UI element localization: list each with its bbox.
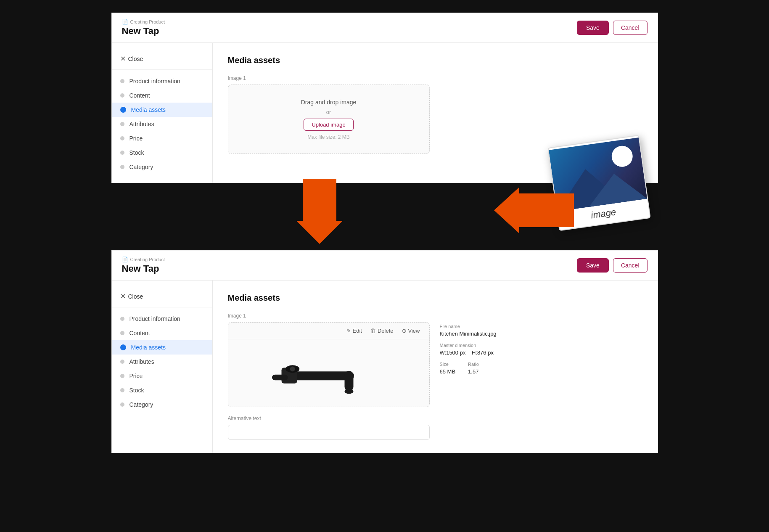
size-ratio-row: Size 65 MB Ratio 1,57: [440, 362, 515, 375]
view-icon: ⊙: [402, 328, 407, 334]
alt-text-input[interactable]: [228, 425, 430, 440]
sidebar-item-media-bottom[interactable]: Media assets: [112, 340, 212, 355]
close-label-top: Close: [128, 56, 143, 62]
upload-image-button[interactable]: Upload image: [304, 119, 353, 131]
delete-icon: 🗑: [370, 328, 376, 334]
file-name-label: File name: [440, 324, 515, 329]
file-name-section: File name Kitchen Minimalistic.jpg: [440, 324, 515, 337]
sidebar-item-price-top[interactable]: Price: [112, 131, 212, 146]
cancel-button-bottom[interactable]: Cancel: [613, 258, 647, 273]
doc-icon: 📄: [122, 19, 128, 25]
width-value: W:1500 px: [440, 349, 466, 356]
doc-icon-bottom: 📄: [122, 257, 128, 262]
view-button[interactable]: ⊙ View: [398, 326, 424, 336]
edit-button[interactable]: ✎ Edit: [342, 326, 366, 336]
ratio-label: Ratio: [468, 362, 479, 367]
nav-label-category-bottom: Category: [129, 401, 153, 408]
section-title-top: Media assets: [228, 56, 642, 65]
section-title-bottom: Media assets: [228, 293, 642, 303]
size-value: 65 MB: [440, 368, 456, 375]
upload-area[interactable]: Drag and drop image or Upload image Max …: [228, 85, 430, 154]
save-button-top[interactable]: Save: [577, 21, 609, 35]
sidebar-item-price-bottom[interactable]: Price: [112, 369, 212, 383]
nav-dot-content-bottom: [120, 331, 124, 335]
sidebar-item-attributes-bottom[interactable]: Attributes: [112, 355, 212, 369]
header-left-bottom: 📄 Creating Product New Tap: [122, 257, 165, 274]
nav-dot-content-top: [120, 93, 124, 98]
nav-dot-stock-top: [120, 151, 124, 155]
creating-label-top: Creating Product: [130, 19, 165, 24]
creating-product-label-bottom: 📄 Creating Product: [122, 257, 165, 262]
sidebar-item-content-top[interactable]: Content: [112, 88, 212, 103]
sidebar-item-product-info-bottom[interactable]: Product information: [112, 312, 212, 326]
nav-dot-category-top: [120, 165, 124, 169]
close-button-top[interactable]: ✕ Close: [112, 51, 212, 70]
bottom-panel: 📄 Creating Product New Tap Save Cancel ✕…: [111, 250, 658, 453]
or-text: or: [326, 109, 331, 115]
delete-button[interactable]: 🗑 Delete: [366, 326, 398, 336]
sidebar-item-stock-bottom[interactable]: Stock: [112, 383, 212, 397]
header-left-top: 📄 Creating Product New Tap: [122, 19, 165, 37]
sidebar-item-attributes-top[interactable]: Attributes: [112, 117, 212, 131]
nav-label-stock-bottom: Stock: [129, 387, 144, 394]
panel-body-bottom: ✕ Close Product information Content Medi…: [112, 281, 658, 453]
edit-label: Edit: [353, 328, 362, 334]
svg-point-2: [344, 389, 353, 394]
sidebar-item-product-info-top[interactable]: Product information: [112, 74, 212, 88]
nav-label-attributes-bottom: Attributes: [129, 358, 154, 365]
nav-label-product-info-bottom: Product information: [129, 315, 180, 322]
header-buttons-top: Save Cancel: [577, 21, 647, 35]
sidebar-item-media-top[interactable]: Media assets: [112, 103, 212, 117]
close-x-icon-bottom: ✕: [120, 292, 126, 300]
nav-label-media-top: Media assets: [131, 106, 166, 113]
file-info-panel: File name Kitchen Minimalistic.jpg Maste…: [440, 322, 515, 376]
photo-label: image: [589, 203, 617, 224]
size-section: Size 65 MB: [440, 362, 456, 375]
panel-header-top: 📄 Creating Product New Tap Save Cancel: [112, 13, 658, 43]
header-buttons-bottom: Save Cancel: [577, 258, 647, 273]
image-uploaded-area: ✎ Edit 🗑 Delete ⊙ View: [228, 322, 430, 407]
tap-image-svg: [266, 346, 392, 400]
image-actions: ✎ Edit 🗑 Delete ⊙ View: [228, 323, 429, 339]
nav-label-product-info-top: Product information: [129, 78, 180, 85]
nav-label-stock-top: Stock: [129, 149, 144, 156]
nav-label-attributes-top: Attributes: [129, 121, 154, 127]
panel-title-top: New Tap: [122, 26, 165, 37]
nav-label-price-top: Price: [129, 135, 143, 142]
nav-dot-price-top: [120, 136, 124, 140]
nav-dot-media-top: [120, 107, 126, 113]
close-x-icon-top: ✕: [120, 55, 126, 63]
close-button-bottom[interactable]: ✕ Close: [112, 289, 212, 307]
sidebar-item-category-top[interactable]: Category: [112, 160, 212, 174]
between-panels: image: [111, 183, 658, 250]
cancel-button-top[interactable]: Cancel: [613, 21, 647, 35]
nav-label-content-top: Content: [129, 92, 150, 99]
nav-dot-attributes-bottom: [120, 360, 124, 364]
alt-text-section: Alternative text: [228, 416, 642, 440]
sidebar-item-category-bottom[interactable]: Category: [112, 397, 212, 412]
sidebar-item-stock-top[interactable]: Stock: [112, 146, 212, 160]
svg-rect-1: [344, 371, 353, 392]
alt-text-label: Alternative text: [228, 416, 642, 421]
ratio-value: 1,57: [468, 368, 479, 375]
nav-label-category-top: Category: [129, 164, 153, 170]
svg-point-6: [290, 366, 295, 371]
dimension-values: W:1500 px H:876 px: [440, 349, 515, 356]
drag-drop-text: Drag and drop image: [301, 99, 357, 106]
image-label-bottom: Image 1: [228, 313, 642, 319]
panel-title-bottom: New Tap: [122, 263, 165, 274]
photo-sun: [610, 144, 634, 168]
creating-label-bottom: Creating Product: [130, 257, 165, 262]
ratio-section: Ratio 1,57: [468, 362, 479, 375]
nav-dot-product-info-bottom: [120, 317, 124, 321]
sidebar-item-content-bottom[interactable]: Content: [112, 326, 212, 340]
creating-product-label-top: 📄 Creating Product: [122, 19, 165, 25]
view-label: View: [408, 328, 420, 334]
save-button-bottom[interactable]: Save: [577, 258, 609, 273]
main-content-bottom: Media assets Image 1 ✎ Edit 🗑 Delete: [213, 281, 658, 453]
file-name-value: Kitchen Minimalistic.jpg: [440, 331, 515, 337]
max-size-text: Max file size: 2 MB: [307, 134, 350, 140]
nav-dot-media-bottom: [120, 344, 126, 350]
delete-label: Delete: [378, 328, 394, 334]
size-label: Size: [440, 362, 456, 367]
